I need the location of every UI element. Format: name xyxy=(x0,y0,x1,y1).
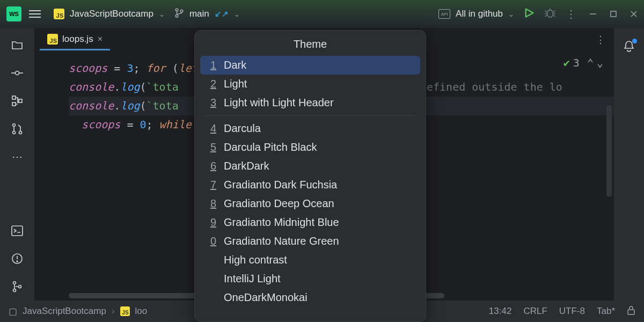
tab-loops-js[interactable]: JS loops.js × xyxy=(40,30,110,50)
svg-point-18 xyxy=(17,261,18,262)
breadcrumb-root-icon[interactable]: ▢ xyxy=(9,306,17,317)
pull-requests-tool-icon[interactable] xyxy=(11,122,24,135)
close-tab-icon[interactable]: × xyxy=(98,34,103,44)
svg-rect-15 xyxy=(12,226,23,236)
theme-label: IntelliJ Light xyxy=(224,273,281,285)
inspection-count: 3 xyxy=(573,54,580,72)
svg-point-13 xyxy=(13,131,16,134)
indent-setting[interactable]: Tab* xyxy=(597,306,615,317)
svg-point-19 xyxy=(13,282,16,284)
run-config-label: All in github xyxy=(456,9,503,19)
theme-mnemonic: 1 xyxy=(209,59,216,71)
theme-option[interactable]: 2Light xyxy=(200,75,420,93)
chevron-down-icon: ⌄ xyxy=(234,10,240,18)
project-selector[interactable]: JS JavaScriptBootcamp ⌄ xyxy=(54,9,165,19)
theme-option[interactable]: 4Darcula xyxy=(200,119,420,138)
theme-option[interactable]: 5Darcula Pitch Black xyxy=(200,138,420,157)
svg-point-12 xyxy=(13,124,16,127)
theme-label: Darcula xyxy=(224,122,261,135)
readonly-lock-icon[interactable] xyxy=(627,305,635,317)
left-tool-sidebar: ⋯ xyxy=(0,28,34,301)
chevron-down-icon[interactable]: ⌄ xyxy=(597,54,603,72)
theme-label: Darcula Pitch Black xyxy=(224,141,317,153)
js-icon: JS xyxy=(47,34,58,45)
svg-point-0 xyxy=(175,9,178,11)
branch-icon xyxy=(174,8,184,20)
branch-name: main xyxy=(189,9,209,19)
file-encoding[interactable]: UTF-8 xyxy=(559,306,585,317)
theme-mnemonic: 7 xyxy=(209,179,216,191)
commit-tool-icon[interactable] xyxy=(11,67,24,79)
debug-button[interactable] xyxy=(544,7,556,21)
notification-dot xyxy=(632,39,637,43)
theme-label: Gradianto Nature Green xyxy=(224,235,339,247)
theme-option[interactable]: 0IntelliJ Light xyxy=(200,269,420,288)
line-separator[interactable]: CRLF xyxy=(523,306,547,317)
svg-point-21 xyxy=(19,286,21,288)
api-icon: API xyxy=(438,9,450,19)
project-name: JavaScriptBootcamp xyxy=(70,9,153,19)
theme-option[interactable]: 0OneDarkMonokai xyxy=(200,288,420,307)
breadcrumb-root[interactable]: JavaScriptBootcamp xyxy=(23,306,106,317)
theme-option[interactable]: 8Gradianto Deep Ocean xyxy=(200,194,420,213)
maximize-button[interactable] xyxy=(610,10,617,18)
svg-rect-10 xyxy=(12,103,16,106)
svg-rect-5 xyxy=(611,11,616,17)
theme-label: Gradianto Midnight Blue xyxy=(224,216,339,229)
theme-mnemonic: 2 xyxy=(209,78,216,90)
right-tool-sidebar xyxy=(614,28,644,301)
theme-option[interactable]: 7Gradianto Dark Fuchsia xyxy=(200,175,420,194)
structure-tool-icon[interactable] xyxy=(11,94,24,107)
theme-option[interactable]: 0High contrast xyxy=(200,251,420,269)
run-button[interactable] xyxy=(524,8,535,21)
minimize-button[interactable] xyxy=(589,10,597,18)
check-icon: ✔ xyxy=(564,54,570,72)
vertical-scrollbar[interactable] xyxy=(606,105,612,196)
run-config-selector[interactable]: API All in github ⌄ xyxy=(438,9,514,19)
theme-option[interactable]: 1Dark xyxy=(200,56,420,75)
project-tool-icon[interactable] xyxy=(11,39,24,52)
caret-position[interactable]: 13:42 xyxy=(489,306,512,317)
popup-title: Theme xyxy=(195,31,426,56)
svg-rect-11 xyxy=(19,99,22,103)
theme-option[interactable]: 6DarkDark xyxy=(200,157,420,175)
theme-label: High contrast xyxy=(224,254,287,266)
more-tools-icon[interactable]: ⋯ xyxy=(11,150,24,163)
breadcrumb-file[interactable]: loo xyxy=(135,306,148,317)
svg-point-14 xyxy=(19,131,22,134)
tab-options-icon[interactable]: ⋮ xyxy=(596,34,605,46)
close-button[interactable] xyxy=(630,10,638,18)
theme-label: Dark xyxy=(224,59,246,71)
theme-label: Gradianto Deep Ocean xyxy=(224,197,334,210)
vcs-branch-selector[interactable]: main ↙↗ ⌄ xyxy=(174,8,240,20)
theme-mnemonic: 3 xyxy=(209,97,216,109)
breadcrumb-separator: › xyxy=(112,306,115,317)
theme-mnemonic: 0 xyxy=(209,235,216,247)
theme-label: Light with Light Header xyxy=(224,97,334,109)
inspection-widget[interactable]: ✔ 3 ⌃ ⌄ xyxy=(564,54,603,72)
app-logo[interactable]: WS xyxy=(6,6,21,21)
theme-option[interactable]: 3Light with Light Header xyxy=(200,93,420,112)
chevron-down-icon: ⌄ xyxy=(159,10,165,18)
notifications-icon[interactable] xyxy=(623,40,635,56)
theme-option[interactable]: 9Gradianto Midnight Blue xyxy=(200,213,420,232)
chevron-up-icon[interactable]: ⌃ xyxy=(587,54,594,72)
theme-mnemonic: 9 xyxy=(209,216,216,229)
theme-label: DarkDark xyxy=(224,160,269,172)
js-icon: JS xyxy=(54,9,64,19)
more-actions-icon[interactable]: ⋮ xyxy=(566,8,576,20)
theme-mnemonic: 6 xyxy=(209,160,216,172)
problems-tool-icon[interactable] xyxy=(11,252,24,265)
svg-point-1 xyxy=(175,14,178,17)
tab-label: loops.js xyxy=(62,34,93,45)
theme-list: 1Dark2Light3Light with Light Header4Darc… xyxy=(195,56,426,321)
theme-mnemonic: 8 xyxy=(209,197,216,210)
svg-rect-22 xyxy=(628,310,634,314)
theme-mnemonic: 5 xyxy=(209,141,216,153)
main-menu-button[interactable] xyxy=(29,10,41,18)
theme-option[interactable]: 0Gradianto Nature Green xyxy=(200,232,420,251)
js-icon: JS xyxy=(120,306,130,316)
theme-mnemonic: 4 xyxy=(209,122,216,135)
vcs-tool-icon[interactable] xyxy=(11,280,24,293)
terminal-tool-icon[interactable] xyxy=(11,224,24,237)
